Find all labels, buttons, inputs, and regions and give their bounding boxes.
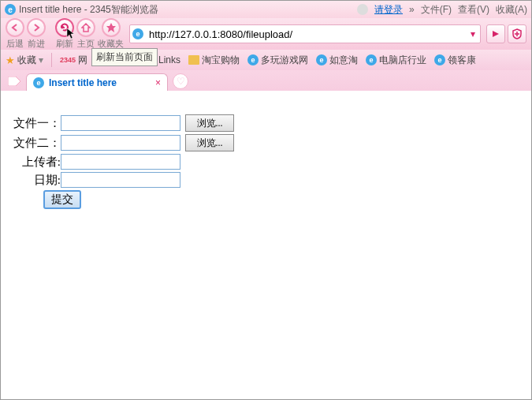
star-icon bbox=[106, 22, 117, 33]
file2-input[interactable] bbox=[61, 135, 180, 151]
file2-label: 文件二： bbox=[10, 136, 61, 151]
tab-active[interactable]: e Insert title here × bbox=[26, 73, 168, 91]
file1-browse-button[interactable]: 浏览... bbox=[185, 114, 234, 132]
address-bar[interactable]: e ▾ bbox=[129, 24, 481, 43]
user-icon bbox=[357, 4, 368, 15]
bookmark-item[interactable]: e多玩游戏网 bbox=[247, 54, 308, 67]
submit-button[interactable]: 提交 bbox=[43, 190, 81, 209]
forward-button[interactable]: 前进 bbox=[27, 18, 46, 50]
address-input[interactable] bbox=[146, 26, 466, 42]
site-icon: 2345 bbox=[60, 56, 76, 64]
date-input[interactable] bbox=[61, 172, 180, 188]
uploader-input[interactable] bbox=[61, 154, 180, 170]
svg-marker-0 bbox=[106, 23, 116, 32]
date-label: 日期: bbox=[10, 173, 61, 188]
refresh-button[interactable]: 刷新 bbox=[55, 18, 74, 50]
favorites-menu[interactable]: ★收藏▾ bbox=[6, 54, 43, 67]
arrow-left-icon bbox=[10, 23, 20, 32]
ie-icon: e bbox=[366, 54, 377, 65]
svg-marker-2 bbox=[8, 77, 20, 86]
uploader-label: 上传者: bbox=[10, 155, 61, 170]
home-button[interactable]: 主页 bbox=[76, 18, 95, 50]
ie-icon: e bbox=[316, 54, 327, 65]
bookmark-item[interactable]: 2345网 bbox=[60, 54, 87, 67]
page-content: 文件一： 浏览... 文件二： 浏览... 上传者: 日期: 提交 bbox=[1, 91, 531, 235]
shield-icon bbox=[512, 28, 523, 39]
window-titlebar: e Insert title here - 2345智能浏览器 请登录 » 文件… bbox=[1, 1, 531, 18]
tab-bar: e Insert title here × ♡ bbox=[1, 70, 531, 91]
app-arrow-icon[interactable] bbox=[7, 74, 21, 88]
favorites-button[interactable]: 收藏夹 bbox=[98, 18, 124, 50]
address-dropdown-icon[interactable]: ▾ bbox=[466, 28, 480, 39]
cursor-icon bbox=[66, 28, 76, 40]
svg-marker-1 bbox=[493, 31, 499, 37]
refresh-tooltip: 刷新当前页面 bbox=[91, 48, 158, 66]
bookmark-item[interactable]: e电脑店行业 bbox=[366, 54, 426, 67]
folder-icon bbox=[188, 55, 199, 65]
bookmark-item[interactable]: e领客康 bbox=[434, 54, 476, 67]
tab-close-icon[interactable]: × bbox=[155, 77, 161, 88]
ie-icon: e bbox=[434, 54, 445, 65]
home-icon bbox=[81, 23, 91, 32]
adblock-button[interactable] bbox=[508, 24, 526, 43]
bookmark-item[interactable]: e如意淘 bbox=[316, 54, 358, 67]
arrow-right-icon bbox=[32, 23, 41, 32]
star-icon: ★ bbox=[6, 54, 15, 66]
bookmark-bar: ★收藏▾ 2345网 e视大全 Links 淘宝购物 e多玩游戏网 e如意淘 e… bbox=[1, 50, 531, 70]
ie-icon: e bbox=[247, 54, 259, 65]
menu-separator: » bbox=[409, 4, 415, 15]
menu-file[interactable]: 文件(F) bbox=[421, 3, 452, 17]
file1-label: 文件一： bbox=[10, 116, 61, 131]
file1-input[interactable] bbox=[61, 115, 180, 131]
play-icon bbox=[492, 30, 500, 38]
go-button[interactable] bbox=[486, 24, 505, 43]
back-button[interactable]: 后退 bbox=[6, 18, 24, 50]
menu-view[interactable]: 查看(V) bbox=[458, 3, 489, 17]
browser-icon: e bbox=[5, 4, 16, 15]
window-title: Insert title here - 2345智能浏览器 bbox=[19, 3, 158, 17]
chevron-down-icon: ▾ bbox=[39, 54, 43, 65]
ie-icon: e bbox=[33, 77, 44, 88]
menu-favorites[interactable]: 收藏(A) bbox=[496, 3, 527, 17]
login-link[interactable]: 请登录 bbox=[374, 3, 403, 17]
nav-toolbar: 后退 前进 刷新 主页 收藏夹 e ▾ bbox=[1, 18, 531, 50]
bookmark-item[interactable]: 淘宝购物 bbox=[188, 54, 240, 67]
file2-browse-button[interactable]: 浏览... bbox=[185, 134, 234, 151]
page-icon: e bbox=[130, 28, 146, 39]
heart-button[interactable]: ♡ bbox=[173, 73, 188, 89]
tab-title: Insert title here bbox=[49, 77, 117, 88]
